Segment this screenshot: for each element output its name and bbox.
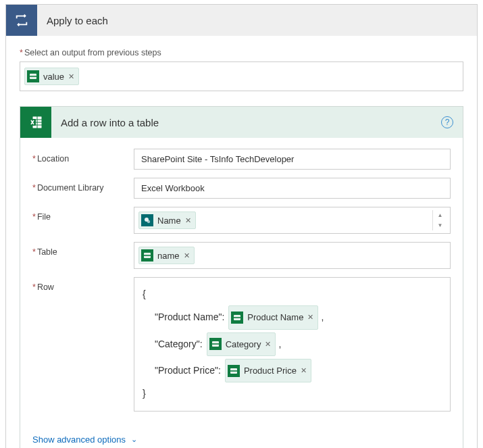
token-label: Category [226,335,261,353]
help-icon[interactable]: ? [441,116,453,128]
row-open-brace: { [143,284,442,304]
token-category[interactable]: Category ✕ [207,332,276,356]
token-remove-icon[interactable]: ✕ [301,363,307,378]
token-file-name[interactable]: Name ✕ [138,211,196,229]
chevron-down-icon: ⌄ [131,435,137,444]
label-table: *Table [32,242,134,257]
row-entry: "Product Name": Product Name ✕ , [143,304,442,330]
row-library: *Document Library [32,178,451,199]
row-close-brace: } [143,384,442,403]
token-label: value [43,72,64,82]
loop-icon [6,5,37,36]
chevron-down-icon[interactable]: ▼ [433,220,447,230]
input-library[interactable] [134,178,451,199]
card-body: *Select an output from previous steps va… [6,36,477,448]
label-file: *File [32,207,134,222]
row-key: "Category": [155,334,203,354]
svg-rect-1 [30,76,36,77]
row-trail: , [278,334,281,354]
required-star: * [20,48,23,57]
token-product-price[interactable]: Product Price ✕ [225,359,311,382]
label-location: *Location [32,149,134,164]
excel-icon [20,107,51,138]
row-key: "Product Name": [155,307,224,327]
token-label: Product Price [244,362,297,380]
dynamic-content-icon [231,312,243,324]
token-label: Product Name [247,308,303,326]
dynamic-content-icon [228,365,240,377]
row-entry: "Product Price": Product Price ✕ [143,357,442,384]
input-file[interactable]: Name ✕ ▲ ▼ [134,207,451,234]
token-remove-icon[interactable]: ✕ [184,251,190,260]
token-remove-icon[interactable]: ✕ [185,216,191,225]
token-remove-icon[interactable]: ✕ [307,309,313,325]
apply-to-each-card: Apply to each *Select an output from pre… [5,4,478,448]
label-library: *Document Library [32,178,134,193]
token-product-name[interactable]: Product Name ✕ [228,305,318,329]
input-location[interactable] [134,149,451,170]
row-key: "Product Price": [155,361,221,380]
input-row[interactable]: { "Product Name": Product Name ✕ , [134,277,451,412]
token-remove-icon[interactable]: ✕ [265,337,271,352]
input-table[interactable]: name ✕ [134,242,451,269]
row-table: *Table name ✕ [32,242,451,269]
token-remove-icon[interactable]: ✕ [68,72,74,81]
dynamic-content-icon [141,249,153,262]
card-title: Apply to each [37,15,108,26]
action-header[interactable]: Add a row into a table ? [20,107,463,138]
svg-rect-14 [234,317,240,318]
token-value[interactable]: value ✕ [24,68,79,85]
card-header[interactable]: Apply to each [6,5,477,36]
row-trail: , [321,307,324,327]
output-label: *Select an output from previous steps [20,48,463,57]
token-label: name [157,251,180,261]
chevron-up-icon[interactable]: ▲ [433,210,447,220]
row-file: *File Name ✕ ▲ [32,207,451,234]
show-advanced-options[interactable]: Show advanced options ⌄ [32,434,137,445]
row-location: *Location [32,149,451,170]
svg-rect-18 [230,370,237,372]
action-body: *Location *Document Library *File [20,138,463,448]
dynamic-content-icon [209,338,222,350]
svg-rect-16 [212,344,219,345]
label-row: *Row [32,277,134,292]
svg-rect-12 [144,255,151,256]
token-table-name[interactable]: name ✕ [138,247,195,264]
token-label: Name [157,216,181,226]
add-row-action-card: Add a row into a table ? *Location *Docu… [20,106,463,448]
file-picker-stepper[interactable]: ▲ ▼ [432,210,447,230]
row-row: *Row { "Product Name": Product Name ✕ [32,277,451,412]
dynamic-content-icon [27,70,39,82]
action-title: Add a row into a table [51,117,159,128]
output-input[interactable]: value ✕ [20,61,463,91]
sharepoint-icon [141,214,153,226]
row-entry: "Category": Category ✕ , [143,331,442,357]
svg-point-10 [147,220,150,223]
